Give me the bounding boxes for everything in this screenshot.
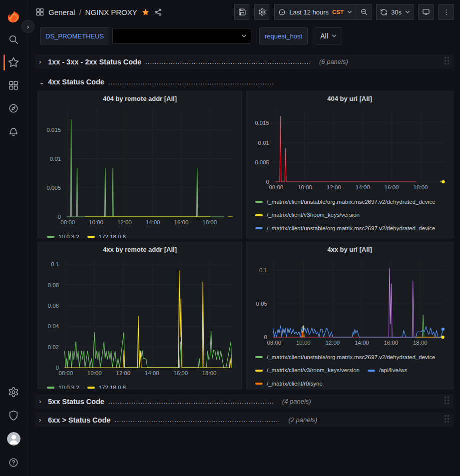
dashboard-canvas: › 1xx - 3xx - 2xx Status Code ..........… bbox=[27, 48, 460, 476]
share-icon[interactable] bbox=[154, 8, 162, 16]
time-controls: Last 12 hours CST bbox=[274, 4, 372, 20]
row-header-5xx[interactable]: › 5xx Status Code ......................… bbox=[35, 394, 454, 409]
legend-label: /sw.js bbox=[379, 236, 393, 238]
legend-item[interactable]: /_matrix/client/v3/room_keys/version bbox=[255, 236, 360, 238]
svg-text:18:00: 18:00 bbox=[202, 370, 217, 376]
panel-legend: /_matrix/client/unstable/org.matrix.msc2… bbox=[249, 349, 450, 389]
sidebar-item-alerting[interactable] bbox=[0, 120, 27, 143]
chart-4xx-by-uri[interactable]: 08:0010:0012:0014:0016:0018:0000.050.1 bbox=[249, 257, 450, 349]
chevron-down-icon bbox=[241, 34, 247, 38]
sidebar-item-starred[interactable] bbox=[0, 51, 27, 74]
variable-label-ds-prometheus[interactable]: DS_PROMETHEUS bbox=[40, 27, 109, 44]
row-leader-dots: ........................................… bbox=[108, 398, 273, 405]
breadcrumb-folder[interactable]: General bbox=[48, 8, 75, 16]
svg-text:0: 0 bbox=[264, 334, 267, 340]
svg-text:0.02: 0.02 bbox=[48, 344, 59, 350]
kebab-menu-button[interactable] bbox=[438, 4, 454, 20]
svg-text:0.015: 0.015 bbox=[255, 120, 269, 126]
legend-item[interactable]: 10.0.3.2 bbox=[47, 231, 79, 238]
dashboards-grid-icon bbox=[8, 80, 19, 91]
zoom-out-time-button[interactable] bbox=[356, 4, 372, 20]
panel-title[interactable]: 404 by uri [All] bbox=[246, 91, 453, 106]
favorite-star-icon[interactable] bbox=[141, 8, 150, 16]
legend-color-dash bbox=[255, 370, 263, 372]
timeseries-plot[interactable]: 08:0010:0012:0014:0016:0018:0000.0050.01… bbox=[41, 106, 239, 227]
sidebar-expand-button[interactable]: › bbox=[21, 20, 34, 33]
sidebar-item-profile[interactable] bbox=[0, 427, 27, 451]
row-header-4xx[interactable]: ⌄ 4xx Status Code ......................… bbox=[35, 76, 454, 88]
legend-label: 10.0.3.2 bbox=[58, 231, 79, 238]
svg-text:12:00: 12:00 bbox=[327, 184, 341, 190]
legend-color-dash bbox=[368, 370, 375, 372]
chart-404-by-remote-addr[interactable]: 08:0010:0012:0014:0016:0018:0000.0050.01… bbox=[41, 106, 239, 229]
legend-item[interactable]: /_matrix/client/unstable/org.matrix.msc2… bbox=[255, 352, 436, 363]
breadcrumb-dashboard[interactable]: NGINX PROXY bbox=[85, 8, 137, 16]
legend-label: 10.0.3.2 bbox=[58, 382, 79, 389]
timeseries-plot[interactable]: 08:0010:0012:0014:0016:0018:0000.020.040… bbox=[41, 257, 239, 378]
timeseries-plot[interactable]: 08:0010:0012:0014:0016:0018:0000.050.1 bbox=[249, 257, 450, 347]
chevron-down-icon bbox=[332, 34, 337, 38]
svg-text:0.06: 0.06 bbox=[48, 303, 59, 309]
panel-title[interactable]: 4xx by uri [All] bbox=[246, 242, 453, 257]
chevron-down-icon bbox=[347, 10, 352, 14]
sidebar-item-explore[interactable] bbox=[0, 97, 27, 120]
breadcrumb: General / NGINX PROXY bbox=[35, 7, 162, 16]
legend-item[interactable]: /_matrix/client/r0/sync bbox=[255, 378, 322, 389]
row-drag-handle[interactable] bbox=[444, 56, 450, 67]
panel-legend: 10.0.3.2172.18.0.6 bbox=[41, 229, 239, 238]
svg-text:0.005: 0.005 bbox=[255, 159, 269, 165]
legend-item[interactable]: 172.18.0.6 bbox=[87, 382, 126, 389]
variable-label-request-host[interactable]: request_host bbox=[259, 27, 308, 44]
sidebar-item-search[interactable] bbox=[0, 28, 27, 51]
row-header-1xx-3xx-2xx[interactable]: › 1xx - 3xx - 2xx Status Code ..........… bbox=[35, 54, 454, 69]
svg-text:16:00: 16:00 bbox=[174, 219, 189, 225]
time-range-picker[interactable]: Last 12 hours CST bbox=[274, 4, 356, 20]
svg-text:0.01: 0.01 bbox=[50, 156, 61, 162]
row-panel-count: (4 panels) bbox=[282, 398, 311, 405]
panel-legend: /_matrix/client/unstable/org.matrix.msc2… bbox=[249, 194, 450, 238]
variable-selected-value: All bbox=[320, 32, 328, 40]
sidebar-item-configuration[interactable] bbox=[0, 380, 27, 404]
header-toolbar: Last 12 hours CST 30s bbox=[234, 4, 454, 20]
legend-item[interactable]: /_matrix/client/unstable/org.matrix.msc2… bbox=[255, 196, 436, 208]
chart-4xx-by-remote-addr[interactable]: 08:0010:0012:0014:0016:0018:0000.020.040… bbox=[41, 257, 239, 380]
legend-item[interactable]: 10.0.3.2 bbox=[47, 382, 79, 389]
legend-item[interactable]: /_matrix/client/v3/room_keys/version bbox=[255, 365, 360, 376]
search-icon bbox=[8, 34, 19, 45]
sidebar-item-dashboards[interactable] bbox=[0, 74, 27, 97]
timeseries-plot[interactable]: 08:0010:0012:0014:0016:0018:0000.0050.01… bbox=[249, 106, 450, 192]
refresh-icon bbox=[380, 8, 388, 16]
tv-mode-button[interactable] bbox=[418, 4, 434, 20]
legend-item[interactable]: /_matrix/client/unstable/org.matrix.msc2… bbox=[255, 223, 436, 234]
dashboard-settings-button[interactable] bbox=[254, 4, 270, 20]
legend-label: /_matrix/client/r0/sync bbox=[267, 378, 322, 389]
variable-value-ds-prometheus[interactable] bbox=[112, 28, 251, 44]
refresh-interval-label: 30s bbox=[391, 8, 402, 16]
legend-item[interactable]: /sw.js bbox=[368, 236, 393, 238]
chart-404-by-uri[interactable]: 08:0010:0012:0014:0016:0018:0000.0050.01… bbox=[249, 106, 450, 194]
avatar bbox=[7, 432, 20, 446]
panel-title[interactable]: 4xx by remote addr [All] bbox=[38, 242, 242, 257]
legend-color-dash bbox=[255, 214, 263, 216]
svg-text:10:00: 10:00 bbox=[298, 184, 312, 190]
row-drag-handle[interactable] bbox=[444, 396, 450, 407]
time-range-label: Last 12 hours bbox=[289, 8, 329, 16]
save-dashboard-button[interactable] bbox=[234, 4, 250, 20]
row-title: 1xx - 3xx - 2xx Status Code bbox=[48, 58, 141, 66]
bell-icon bbox=[8, 126, 19, 137]
row-header-6xx[interactable]: › 6xx > Status Code ....................… bbox=[35, 413, 454, 427]
legend-item[interactable]: /api/live/ws bbox=[368, 365, 407, 376]
sidebar-item-help[interactable] bbox=[0, 451, 27, 474]
legend-label: /_matrix/client/v3/room_keys/version bbox=[267, 236, 360, 238]
sidebar-item-server-admin[interactable] bbox=[0, 404, 27, 427]
row-drag-handle[interactable] bbox=[444, 415, 450, 425]
legend-item[interactable]: /_matrix/client/v3/room_keys/version bbox=[255, 209, 360, 221]
refresh-picker[interactable]: 30s bbox=[376, 4, 414, 20]
legend-color-dash bbox=[47, 236, 54, 238]
legend-item[interactable]: 172.18.0.6 bbox=[87, 231, 126, 238]
svg-text:0: 0 bbox=[266, 179, 269, 185]
variable-value-request-host[interactable]: All bbox=[315, 27, 342, 44]
chevron-right-icon: › bbox=[39, 58, 44, 65]
panel-title[interactable]: 404 by remote addr [All] bbox=[38, 91, 242, 106]
svg-text:12:00: 12:00 bbox=[325, 340, 340, 346]
